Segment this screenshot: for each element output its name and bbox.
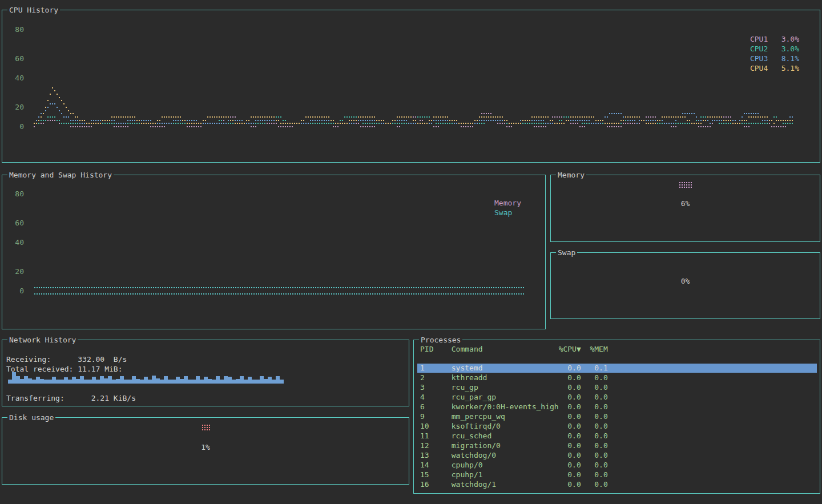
disk-gauge-value: 1% bbox=[2, 442, 409, 452]
network-history-panel: Network History Receiving: 332.00 B/s To… bbox=[2, 340, 409, 406]
memory-gauge-panel: Memory 6% bbox=[550, 175, 820, 242]
memory-swap-legend-row: Swap bbox=[494, 208, 521, 217]
process-row[interactable]: 9 mm_percpu_wq 0.0 0.0 bbox=[417, 412, 817, 421]
process-row[interactable]: 6 kworker/0:0H-events_high 0.0 0.0 bbox=[417, 402, 817, 412]
processes-panel: Processes PID Command %CPU▼ %MEM 1 syste… bbox=[413, 340, 820, 494]
cpu-history-title: CPU History bbox=[7, 6, 60, 14]
cpu-axis-80: 80 bbox=[14, 25, 24, 34]
process-row[interactable]: 11 rcu_sched 0.0 0.0 bbox=[417, 432, 817, 441]
processes-title: Processes bbox=[419, 336, 462, 344]
cpu-axis-40: 40 bbox=[14, 73, 24, 83]
memory-swap-history-chart bbox=[31, 272, 533, 307]
process-row[interactable]: 10 ksoftirqd/0 0.0 0.0 bbox=[417, 422, 817, 431]
process-row[interactable]: 1 systemd 0.0 0.1 bbox=[417, 364, 817, 373]
disk-gauge-arc bbox=[201, 424, 210, 430]
cpu-axis-60: 60 bbox=[14, 54, 24, 63]
process-row[interactable]: 14 cpuhp/0 0.0 0.0 bbox=[417, 461, 817, 470]
swap-gauge-panel: Swap 0% bbox=[550, 252, 820, 319]
memswap-axis-40: 40 bbox=[14, 237, 24, 247]
process-row[interactable]: 3 rcu_gp 0.0 0.0 bbox=[417, 383, 817, 392]
memswap-axis-60: 60 bbox=[14, 218, 24, 228]
memory-gauge-value: 6% bbox=[551, 199, 820, 208]
cpu-history-chart bbox=[31, 24, 798, 130]
memswap-axis-0: 0 bbox=[14, 286, 24, 296]
process-row[interactable]: 4 rcu_par_gp 0.0 0.0 bbox=[417, 393, 817, 402]
memory-swap-legend: MemorySwap bbox=[494, 198, 521, 217]
process-row[interactable]: 13 watchdog/0 0.0 0.0 bbox=[417, 451, 817, 460]
process-row[interactable]: 15 cpuhp/1 0.0 0.0 bbox=[417, 470, 817, 479]
network-transferring-line: Transferring: 2.21 KiB/s bbox=[6, 393, 136, 403]
memory-swap-history-title: Memory and Swap History bbox=[7, 171, 114, 179]
swap-gauge-value: 0% bbox=[551, 276, 820, 286]
network-receiving-line: Receiving: 332.00 B/s bbox=[6, 354, 127, 364]
cpu-axis-20: 20 bbox=[14, 102, 24, 112]
cpu-history-panel: CPU History 80 60 40 20 0 CPU1 3.0%CPU2 … bbox=[2, 10, 820, 163]
memory-gauge-arc bbox=[678, 181, 693, 188]
memswap-axis-20: 20 bbox=[14, 267, 24, 276]
memory-swap-history-panel: Memory and Swap History 80 60 40 20 0 Me… bbox=[2, 175, 546, 329]
disk-usage-title: Disk usage bbox=[7, 413, 55, 422]
network-history-title: Network History bbox=[7, 336, 78, 344]
memory-swap-legend-row: Memory bbox=[494, 198, 521, 208]
process-row[interactable]: 2 kthreadd 0.0 0.0 bbox=[417, 373, 817, 382]
memswap-axis-80: 80 bbox=[14, 189, 24, 199]
memory-gauge-title: Memory bbox=[556, 171, 586, 179]
process-row[interactable]: 16 watchdog/1 0.0 0.0 bbox=[417, 480, 817, 489]
process-row[interactable]: 12 migration/0 0.0 0.0 bbox=[417, 441, 817, 450]
network-history-chart bbox=[7, 371, 288, 385]
system-monitor-screen: CPU History 80 60 40 20 0 CPU1 3.0%CPU2 … bbox=[0, 0, 822, 504]
disk-usage-panel: Disk usage 1% bbox=[2, 417, 409, 485]
cpu-axis-0: 0 bbox=[14, 122, 24, 131]
process-table-header[interactable]: PID Command %CPU▼ %MEM bbox=[420, 344, 817, 354]
swap-gauge-title: Swap bbox=[556, 248, 577, 257]
